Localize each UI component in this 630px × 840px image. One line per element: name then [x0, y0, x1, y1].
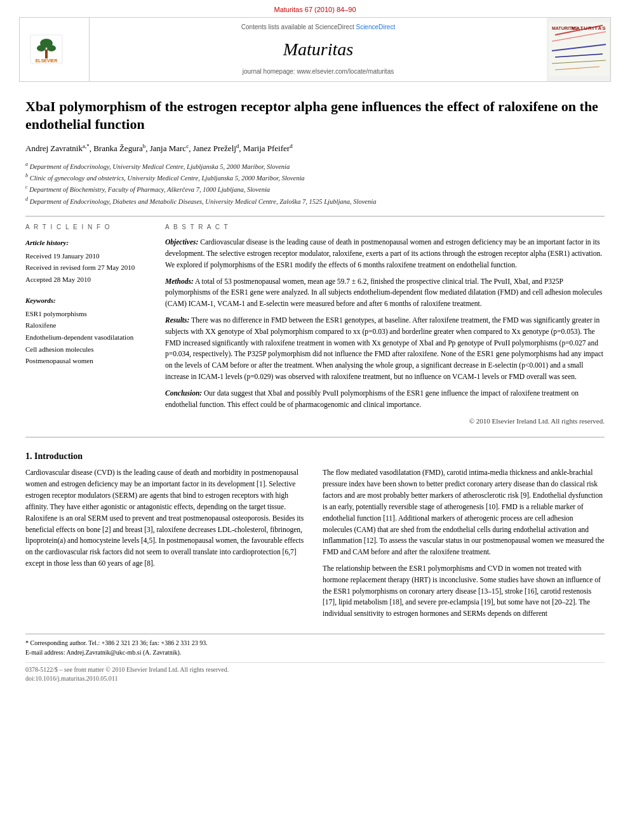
copyright-text: © 2010 Elsevier Ireland Ltd. All rights …: [165, 417, 605, 426]
citation-text: Maturitas 67 (2010) 84–90: [274, 6, 356, 13]
affil-a: a Department of Endocrinology, Universit…: [25, 161, 605, 172]
results-label: Results:: [165, 316, 189, 324]
abstract-col: A B S T R A C T Objectives: Cardiovascul…: [165, 223, 605, 427]
affiliations: a Department of Endocrinology, Universit…: [25, 161, 605, 207]
svg-rect-4: [45, 50, 48, 58]
divider-2: [25, 437, 605, 437]
abstract-box: Objectives: Cardiovascular disease is th…: [165, 237, 605, 410]
keyword-1: ESR1 polymorphisms: [25, 308, 152, 320]
svg-text:ELSEVIER: ELSEVIER: [36, 58, 58, 63]
conclusion-label: Conclusion:: [165, 389, 202, 397]
introduction-heading: 1. Introduction: [25, 450, 605, 463]
author-zavratnik: Andrej Zavratnik: [25, 143, 83, 153]
page-container: Maturitas 67 (2010) 84–90 ELSEVIER Conte…: [0, 0, 630, 696]
methods-label: Methods:: [165, 277, 194, 285]
elsevier-logo-icon: ELSEVIER: [27, 32, 81, 67]
journal-thumb-label: MATURITAS: [572, 25, 607, 32]
author-zegura: Branka Žegura: [93, 143, 143, 153]
journal-homepage: journal homepage: www.elsevier.com/locat…: [243, 67, 394, 76]
intro-para-2: The flow mediated vasodilatation (FMD), …: [323, 467, 605, 558]
article-info-col: A R T I C L E I N F O Article history: R…: [25, 223, 152, 427]
accepted-date: Accepted 28 May 2010: [25, 276, 91, 283]
intro-para-1: Cardiovascular disease (CVD) is the lead…: [25, 467, 307, 569]
info-abstract-cols: A R T I C L E I N F O Article history: R…: [25, 223, 605, 427]
journal-center: Contents lists available at ScienceDirec…: [90, 18, 547, 81]
keyword-2: Raloxifene: [25, 319, 152, 331]
email-note: E-mail address: Andrej.Zavratnik@ukc-mb.…: [25, 648, 605, 657]
top-citation-bar: Maturitas 67 (2010) 84–90: [0, 0, 630, 17]
affil-sup-d2: d: [290, 143, 293, 149]
affil-sup-c: c: [186, 143, 189, 149]
results-text: There was no difference in FMD between t…: [165, 316, 603, 380]
received-date: Received 19 January 2010: [25, 252, 99, 260]
divider-1: [25, 216, 605, 217]
history-label: Article history:: [25, 237, 152, 249]
introduction-columns: Cardiovascular disease (CVD) is the lead…: [25, 467, 605, 625]
affil-c: c Department of Biochemistry, Faculty of…: [25, 183, 605, 195]
footnotes: * Corresponding author. Tel.: +386 2 321…: [25, 634, 605, 657]
introduction-section: 1. Introduction Cardiovascular disease (…: [25, 450, 605, 625]
intro-col-left: Cardiovascular disease (CVD) is the lead…: [25, 467, 307, 625]
sciencedirect-text: Contents lists available at ScienceDirec…: [241, 23, 395, 32]
article-history-box: Article history: Received 19 January 201…: [25, 237, 152, 286]
abstract-label: A B S T R A C T: [165, 223, 605, 232]
keyword-5: Postmenopausal women: [25, 355, 152, 367]
affil-d: d Department of Endocrinology, Diabetes …: [25, 196, 605, 207]
keyword-3: Endothelium-dependent vasodilatation: [25, 331, 152, 343]
article-title: XbaI polymorphism of the estrogen recept…: [25, 98, 605, 134]
abstract-objectives: Objectives: Cardiovascular disease is th…: [165, 237, 605, 270]
journal-header: ELSEVIER Contents lists available at Sci…: [19, 17, 611, 81]
author-marc: Janja Marc: [150, 143, 186, 153]
affil-sup-a: a,*: [83, 143, 90, 149]
keywords-label: Keywords:: [25, 295, 152, 307]
main-content: XbaI polymorphism of the estrogen recept…: [0, 88, 630, 696]
received-revised-date: Received in revised form 27 May 2010: [25, 263, 135, 271]
abstract-conclusion: Conclusion: Our data suggest that XbaI a…: [165, 388, 605, 411]
journal-title: Maturitas: [283, 37, 353, 62]
footer-bottom: 0378-5122/$ – see front matter © 2010 El…: [25, 662, 605, 683]
methods-text: A total of 53 postmenopausal women, mean…: [165, 277, 602, 308]
journal-cover-image: MATURITAS MATURITAS: [549, 22, 609, 76]
intro-col-right: The flow mediated vasodilatation (FMD), …: [323, 467, 605, 625]
sciencedirect-link[interactable]: ScienceDirect: [356, 23, 395, 30]
affil-b: b Clinic of gynecology and obstetrics, U…: [25, 172, 605, 183]
journal-thumbnail: MATURITAS MATURITAS: [547, 18, 610, 81]
objectives-label: Objectives:: [165, 238, 198, 246]
svg-point-2: [37, 45, 46, 51]
abstract-results: Results: There was no difference in FMD …: [165, 315, 605, 383]
conclusion-text: Our data suggest that XbaI and possibly …: [165, 389, 579, 408]
objectives-text: Cardiovascular disease is the leading ca…: [165, 238, 602, 269]
keywords-box: Keywords: ESR1 polymorphisms Raloxifene …: [25, 295, 152, 367]
publisher-logo-area: ELSEVIER: [20, 18, 90, 81]
authors-line: Andrej Zavratnika,*, Branka Žegurab, Jan…: [25, 142, 605, 156]
intro-para-3: The relationship between the ESR1 polymo…: [323, 563, 605, 620]
author-prezelj: Janez Preželj: [193, 143, 236, 153]
article-info-label: A R T I C L E I N F O: [25, 223, 152, 232]
doi-text: doi:10.1016/j.maturitas.2010.05.011: [25, 674, 605, 683]
affil-sup-d1: d: [236, 143, 239, 149]
svg-point-3: [47, 45, 56, 51]
affil-sup-b: b: [143, 143, 146, 149]
corresponding-author-note: * Corresponding author. Tel.: +386 2 321…: [25, 638, 605, 648]
author-pfeifer: Marija Pfeifer: [243, 143, 290, 153]
issn-text: 0378-5122/$ – see front matter © 2010 El…: [25, 665, 605, 674]
abstract-methods: Methods: A total of 53 postmenopausal wo…: [165, 276, 605, 310]
keyword-4: Cell adhesion molecules: [25, 343, 152, 356]
